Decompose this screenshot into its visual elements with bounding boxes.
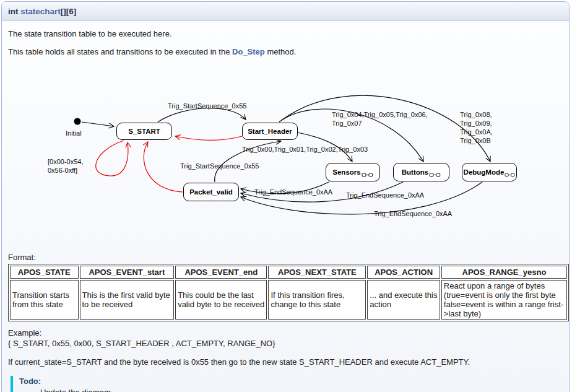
transition-label-range-bytes: [0x00-0x54, 0x56-0xff] xyxy=(48,157,83,175)
column-header: APOS_EVENT_start xyxy=(80,266,175,279)
state-s-start[interactable]: S_START xyxy=(116,123,172,140)
transition-label-trig-08-0b: Trig_0x08, Trig_0x09, Trig_0x0A, Trig_0x… xyxy=(460,110,493,145)
description-line-2-prefix: This table holds all states and transiti… xyxy=(8,47,232,56)
transition-packetvalid-to-sstart xyxy=(144,142,183,192)
format-label: Format: xyxy=(8,253,563,262)
transition-label-trig-04-07: Trig_0x04,Trig_0x05,Trig_0x06, Trig_0x07 xyxy=(332,110,428,128)
transition-label-end-sequence-sensors: Trig_EndSequence_0xAA xyxy=(254,188,332,196)
type-keyword: int xyxy=(8,7,19,16)
statechart-diagram: S_START Start_Header Sensors Buttons xyxy=(2,78,570,234)
transition-sstart-self-loop xyxy=(96,141,128,176)
description-line-2: This table holds all states and transiti… xyxy=(8,47,563,57)
substate-icon xyxy=(505,172,515,178)
todo-block: Todo: Update the diagram xyxy=(11,376,563,392)
transition-label-trig-00-03: Trig_0x00,Trig_0x01,Trig_0x02,Trig_0x03 xyxy=(242,145,368,154)
transition-wires xyxy=(2,78,570,234)
member-doc-body: The state transition table to be execute… xyxy=(2,29,569,392)
transition-label-start-sequence-mid: Trig_StartSequence_0x55 xyxy=(180,162,259,170)
format-desc-row: Transition starts from this state This i… xyxy=(10,280,567,320)
example-label: Example: xyxy=(8,328,41,338)
member-doc-panel: int statechart[][6] The state transition… xyxy=(1,1,570,392)
example-code: { S_START, 0x55, 0x00, S_START_HEADER , … xyxy=(8,339,275,348)
state-sensors[interactable]: Sensors xyxy=(326,163,380,181)
format-header-row: APOS_STATE APOS_EVENT_start APOS_EVENT_e… xyxy=(10,266,567,279)
transition-label-end-sequence-buttons: Trig_EndSequence_0xAA xyxy=(346,191,424,199)
state-label: Sensors xyxy=(332,168,360,176)
column-header: APOS_EVENT_end xyxy=(175,266,267,279)
todo-text: Update the diagram xyxy=(40,388,563,392)
description-line-1: The state transition table to be execute… xyxy=(8,29,563,39)
state-start-header[interactable]: Start_Header xyxy=(242,123,298,140)
column-desc: React upon a range of bytes (true=event … xyxy=(441,280,567,320)
column-desc: If this transition fires, change to this… xyxy=(268,280,366,320)
array-suffix: [][6] xyxy=(61,7,77,16)
state-label: Buttons xyxy=(402,168,428,176)
column-header: APOS_NEXT_STATE xyxy=(268,266,366,279)
column-desc: This could be the last valid byte to be … xyxy=(175,280,267,320)
description-line-2-suffix: method. xyxy=(265,47,297,56)
transition-startheader-to-sstart xyxy=(175,136,242,140)
member-title-bar: int statechart[][6] xyxy=(2,2,569,21)
initial-state-dot xyxy=(74,118,81,125)
column-header: APOS_ACTION xyxy=(367,266,440,279)
column-header: APOS_RANGE_yesno xyxy=(441,266,567,279)
state-debug-mode[interactable]: DebugMode xyxy=(462,163,517,181)
column-desc: ... and execute this action xyxy=(367,280,440,320)
todo-label: Todo: xyxy=(19,377,563,386)
example-block: Example:{ S_START, 0x55, 0x00, S_START_H… xyxy=(8,328,563,349)
column-desc: This is the first valid byte to be recei… xyxy=(80,280,175,320)
example-explanation: If current_state=S_START and the byte re… xyxy=(8,357,563,367)
transition-label-end-sequence-debug: Trig_EndSequence_0xAA xyxy=(374,209,452,218)
transition-initial-to-sstart xyxy=(82,122,114,126)
substate-icon xyxy=(362,172,373,178)
column-header: APOS_STATE xyxy=(10,266,79,279)
state-label: Start_Header xyxy=(248,128,292,135)
state-buttons[interactable]: Buttons xyxy=(393,163,449,181)
state-label: Packet_valid xyxy=(189,188,233,196)
transition-sstart-to-startheader xyxy=(158,108,246,122)
initial-state-label: Initial xyxy=(66,129,82,137)
state-packet-valid[interactable]: Packet_valid xyxy=(183,183,239,201)
transition-label-start-sequence-top: Trig_StartSequence_0x55 xyxy=(168,102,246,110)
state-label: DebugMode xyxy=(464,168,505,176)
substate-icon xyxy=(429,172,441,178)
column-desc: Transition starts from this state xyxy=(10,280,79,320)
do-step-link[interactable]: Do_Step xyxy=(232,47,265,56)
state-label: S_START xyxy=(128,128,160,135)
member-name-link[interactable]: statechart xyxy=(20,7,61,16)
format-table: APOS_STATE APOS_EVENT_start APOS_EVENT_e… xyxy=(8,264,569,321)
